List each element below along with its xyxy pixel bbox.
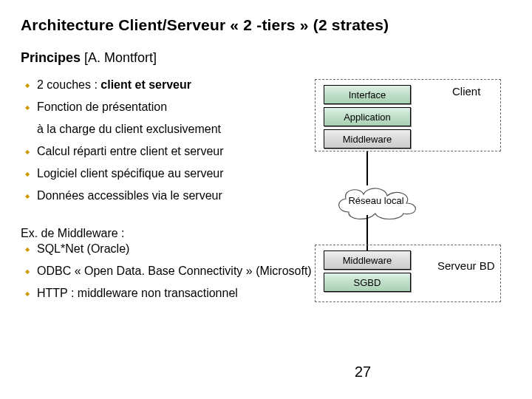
list-item: Calcul réparti entre client et serveur <box>37 143 309 160</box>
connector-line <box>366 151 368 185</box>
box-middleware-client: Middleware <box>324 129 411 149</box>
list-item-sub: à la charge du client exclusivement <box>37 120 309 138</box>
list-item: SQL*Net (Oracle) <box>37 240 511 258</box>
subtitle-rest: [A. Montfort] <box>81 50 157 65</box>
list-item: 2 couches : client et serveur <box>37 76 309 94</box>
bullet-list: 2 couches : client et serveur Fonction d… <box>21 76 309 209</box>
list-item: Logiciel client spécifique au serveur <box>37 165 309 183</box>
list-item: ODBC « Open Data. Base Connectivity » (M… <box>37 262 511 280</box>
middleware-heading: Ex. de Middleware : <box>21 227 511 240</box>
subtitle: Principes [A. Montfort] <box>21 50 511 66</box>
slide: Architecture Client/Serveur « 2 -tiers »… <box>0 0 532 399</box>
page-number: 27 <box>355 364 371 381</box>
page-title: Architecture Client/Serveur « 2 -tiers »… <box>21 16 511 34</box>
subtitle-strong: Principes <box>21 50 81 65</box>
bullet-text: 2 couches : <box>37 78 100 91</box>
list-item: Fonction de présentation <box>37 98 309 116</box>
diagram: Client Interface Application Middleware … <box>315 76 511 209</box>
client-stack: Interface Application Middleware <box>324 85 411 149</box>
bullet-text-strong: client et serveur <box>100 78 191 91</box>
box-interface: Interface <box>324 85 411 104</box>
client-label: Client <box>452 85 480 98</box>
list-item: HTTP : middleware non transactionnel <box>37 284 511 302</box>
network-label: Réseau local <box>332 184 420 216</box>
network-cloud: Réseau local <box>332 184 420 216</box>
middleware-section: Ex. de Middleware : SQL*Net (Oracle) ODB… <box>21 227 511 302</box>
box-application: Application <box>324 107 411 126</box>
list-item: Données accessibles via le serveur <box>37 187 309 205</box>
